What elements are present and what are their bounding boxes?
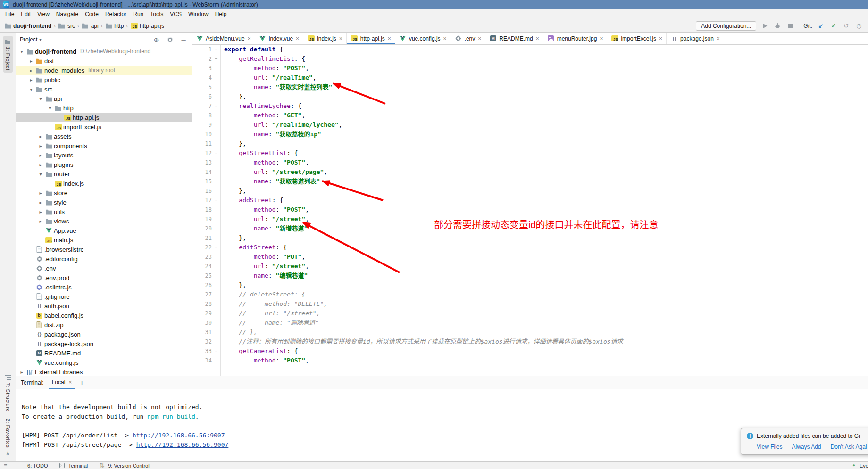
title-bar[interactable]: WS duoji-frontend [D:\zheheWeb\duoji-fro… — [0, 0, 868, 9]
new-terminal-tab-button[interactable]: + — [80, 379, 83, 387]
tree-item-assets[interactable]: ▸assets — [16, 132, 192, 141]
menu-item-help[interactable]: Help — [212, 10, 230, 18]
code-line[interactable]: 21 }, — [192, 233, 868, 243]
code-line[interactable]: 7− realTimeLychee: { — [192, 101, 868, 111]
code-line[interactable]: 26 }, — [192, 280, 868, 290]
tree-item-.gitignore[interactable]: .gitignore — [16, 292, 192, 301]
tree-item-style[interactable]: ▸style — [16, 197, 192, 207]
notification-action-always-add[interactable]: Always Add — [792, 444, 821, 450]
code-line[interactable]: 11 }, — [192, 139, 868, 148]
terminal-link[interactable]: http://192.168.66.56:9007 — [136, 441, 229, 448]
hamburger-icon[interactable]: ≡ — [4, 463, 7, 469]
stop-icon[interactable] — [786, 24, 794, 28]
minus-icon[interactable]: ─ — [179, 37, 188, 43]
fold-marker-icon[interactable]: − — [212, 196, 220, 205]
tree-item-http[interactable]: ▾http — [16, 103, 192, 113]
tree-item-.browserslistrc[interactable]: .browserslistrc — [16, 245, 192, 254]
code-line[interactable]: 17− addStreet: { — [192, 196, 868, 205]
code-line[interactable]: 14 url: "/street/page", — [192, 167, 868, 177]
chevron-right-icon[interactable]: ▸ — [27, 68, 35, 73]
target-icon[interactable]: ⊕ — [152, 37, 160, 43]
chevron-right-icon[interactable]: ▸ — [18, 370, 25, 375]
status-item-9-version-control[interactable]: ⇅9: Version Control — [98, 462, 149, 469]
code-line[interactable]: 28 // method: "DELETE", — [192, 299, 868, 309]
git-update-icon[interactable]: ↙ — [817, 23, 825, 29]
tab-menuRouter.jpg[interactable]: menuRouter.jpg× — [543, 33, 608, 44]
tree-item-dist.zip[interactable]: dist.zip — [16, 320, 192, 329]
breadcrumb-item-api[interactable]: api — [82, 23, 99, 29]
code-line[interactable]: 29 // url: "/street", — [192, 309, 868, 318]
code-line[interactable]: 18 method: "POST", — [192, 205, 868, 214]
code-line[interactable]: 32 //注释：所有用到删除的接口都需要拼接变量id，所以请求方式采用了挂载在原… — [192, 337, 868, 346]
chevron-right-icon[interactable]: ▸ — [37, 143, 44, 148]
menu-item-navigate[interactable]: Navigate — [53, 10, 82, 18]
add-configuration-button[interactable]: Add Configuration... — [696, 21, 756, 31]
menu-item-view[interactable]: View — [34, 10, 53, 18]
close-icon[interactable]: × — [659, 35, 662, 42]
tree-item-node_modules[interactable]: ▸node_moduleslibrary root — [16, 66, 192, 75]
chevron-right-icon[interactable]: ▸ — [27, 77, 35, 82]
tree-item-.env.prod[interactable]: .env.prod — [16, 273, 192, 282]
tree-item-.eslintrc.js[interactable]: .eslintrc.js — [16, 282, 192, 292]
chevron-down-icon[interactable]: ▾ — [39, 38, 42, 42]
menu-item-file[interactable]: File — [2, 10, 17, 18]
tree-item-public[interactable]: ▸public — [16, 75, 192, 84]
fold-marker-icon[interactable]: − — [212, 45, 220, 54]
debug-icon[interactable] — [773, 23, 782, 29]
chevron-right-icon[interactable]: ▸ — [37, 134, 44, 139]
tree-item-plugins[interactable]: ▸plugins — [16, 160, 192, 169]
tree-item-src[interactable]: ▾src — [16, 84, 192, 94]
code-line[interactable]: 34 method: "POST", — [192, 356, 868, 365]
menu-item-vcs[interactable]: VCS — [167, 10, 185, 18]
terminal-link[interactable]: http://192.168.66.56:9007 — [133, 432, 225, 439]
terminal-tab-local[interactable]: Local × — [49, 376, 75, 389]
close-icon[interactable]: × — [339, 35, 342, 42]
tree-item-package-lock.json[interactable]: { }package-lock.json — [16, 339, 192, 348]
fold-marker-icon[interactable]: − — [212, 243, 220, 252]
close-icon[interactable]: × — [248, 35, 251, 42]
tree-item-vue.config.js[interactable]: vue.config.js — [16, 358, 192, 367]
tool-window-structure-button[interactable]: 7: Structure — [3, 372, 13, 414]
tree-item-babel.config.js[interactable]: bbabel.config.js — [16, 311, 192, 320]
tree-item-package.json[interactable]: { }package.json — [16, 329, 192, 339]
code-line[interactable]: 25 name: "编辑巷道" — [192, 271, 868, 280]
tree-item-api[interactable]: ▾api — [16, 94, 192, 103]
menu-item-run[interactable]: Run — [130, 10, 147, 18]
tree-item-main.js[interactable]: JSmain.js — [16, 235, 192, 245]
code-line[interactable]: 13 method: "POST", — [192, 158, 868, 167]
tree-item-App.vue[interactable]: App.vue — [16, 226, 192, 235]
git-revert-icon[interactable]: ↺ — [842, 23, 851, 29]
code-line[interactable]: 16 }, — [192, 186, 868, 196]
code-line[interactable]: 33− getCameraList: { — [192, 346, 868, 356]
chevron-down-icon[interactable]: ▾ — [46, 106, 54, 111]
clock-icon[interactable]: ◷ — [855, 23, 863, 29]
code-line[interactable]: 2− getRealTimeList: { — [192, 54, 868, 64]
breadcrumb-item-http[interactable]: http — [105, 23, 124, 29]
code-line[interactable]: 30 // name: "删除巷道" — [192, 318, 868, 328]
notification-action-view-files[interactable]: View Files — [757, 444, 782, 450]
chevron-down-icon[interactable]: ▾ — [27, 87, 35, 92]
tree-item-components[interactable]: ▸components — [16, 141, 192, 150]
notification-action-don-t-ask-agai[interactable]: Don't Ask Agai — [831, 444, 867, 450]
tab-vue.config.js[interactable]: vue.config.js× — [395, 33, 451, 44]
tree-item-index.js[interactable]: JSindex.js — [16, 179, 192, 188]
tree-item-layouts[interactable]: ▸layouts — [16, 150, 192, 160]
code-line[interactable]: 23 method: "PUT", — [192, 252, 868, 262]
close-icon[interactable]: × — [600, 35, 603, 42]
tree-item-store[interactable]: ▸store — [16, 188, 192, 197]
code-line[interactable]: 22− editStreet: { — [192, 243, 868, 252]
tab-importExcel.js[interactable]: JSimportExcel.js× — [607, 33, 667, 44]
tree-item-dist[interactable]: ▸dist — [16, 56, 192, 66]
tree-item-External Libraries[interactable]: ▸External Libraries — [16, 367, 192, 376]
fold-marker-icon[interactable]: − — [212, 148, 220, 158]
tab-.env[interactable]: .env× — [451, 33, 486, 44]
tree-item-README.md[interactable]: MREADME.md — [16, 348, 192, 358]
tree-item-.editorconfig[interactable]: .editorconfig — [16, 254, 192, 263]
tree-item-auth.json[interactable]: { }auth.json — [16, 301, 192, 311]
tab-http-api.js[interactable]: JShttp-api.js× — [347, 33, 395, 44]
chevron-down-icon[interactable]: ▾ — [37, 96, 44, 101]
tab-AsideMenu.vue[interactable]: AsideMenu.vue× — [192, 33, 255, 44]
tab-index.js[interactable]: JSindex.js× — [303, 33, 347, 44]
editor-pane[interactable]: 1−export default {2− getRealTimeList: {3… — [192, 45, 868, 376]
status-item-6-todo[interactable]: 6: TODO — [17, 462, 48, 469]
